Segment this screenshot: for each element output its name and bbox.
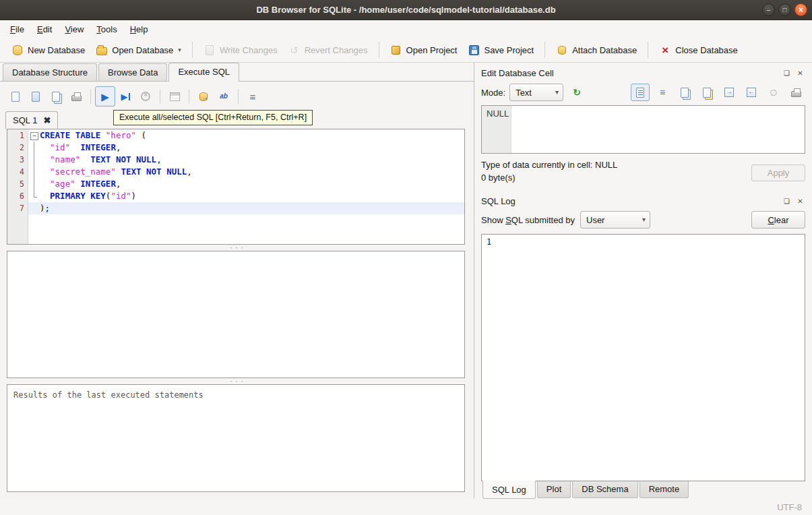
find-replace-button[interactable]: ab	[214, 86, 234, 107]
save-project-button[interactable]: Save Project	[462, 40, 539, 59]
sql-log-area[interactable]: 1	[481, 234, 805, 481]
sql-tab-label: SQL 1	[13, 115, 37, 125]
edit-cell-title: Edit Database Cell	[481, 68, 778, 78]
execute-all-button[interactable]: ▶	[95, 86, 115, 107]
code-line: 4 "secret_name" TEXT NOT NULL,	[7, 166, 464, 178]
paste-cell-button[interactable]	[697, 84, 716, 101]
menu-edit[interactable]: Edit	[31, 22, 58, 37]
submitted-by-combo[interactable]: User	[580, 211, 650, 229]
cell-size-info: 0 byte(s)	[481, 173, 617, 185]
copy-cell-button[interactable]	[675, 84, 694, 101]
save-sql-file-button[interactable]	[26, 86, 46, 107]
results-message-pane[interactable]: Results of the last executed statements	[7, 384, 465, 492]
fold-marker-icon[interactable]	[28, 129, 40, 142]
cell-editor[interactable]: NULL	[481, 105, 805, 154]
statusbar: UTF-8	[0, 499, 812, 515]
execute-sql-body: ▶▶ab≡ SQL 1 ✖ 1CREATE TABLE "hero" (2 "i…	[0, 81, 474, 499]
open-database-button[interactable]: Open Database▾	[90, 40, 187, 59]
dock-tabs: SQL LogPlotDB SchemaRemote	[481, 481, 805, 499]
open-project-button[interactable]: Open Project	[385, 40, 463, 59]
find-replace-icon: ab	[218, 90, 230, 102]
close-dock-icon-2[interactable]: ✕	[795, 196, 805, 206]
toolbar-separator	[90, 89, 91, 104]
tab-execute-sql[interactable]: Execute SQL	[168, 63, 239, 82]
auto-switch-mode-icon: ↻	[571, 86, 583, 98]
code-text: CREATE TABLE "hero" (	[40, 129, 146, 142]
stop-execution-button	[135, 86, 156, 107]
text-view-button[interactable]	[631, 84, 650, 101]
execute-current-line-button[interactable]: ▶	[115, 86, 135, 107]
results-grid[interactable]	[7, 251, 465, 378]
clear-button-label: Clear	[768, 215, 788, 225]
splitter-handle-2[interactable]	[0, 378, 474, 384]
execute-all-icon: ▶	[99, 90, 111, 102]
export-results-button[interactable]	[193, 86, 214, 107]
sql-editor[interactable]: 1CREATE TABLE "hero" (2 "id" INTEGER,3 "…	[7, 129, 465, 245]
open-project-icon	[390, 44, 402, 56]
close-tab-icon[interactable]: ✖	[43, 116, 51, 125]
export-results-icon	[197, 90, 210, 102]
cell-info: Type of data currently in cell: NULL 0 b…	[481, 160, 617, 185]
execute-current-line-icon: ▶	[119, 90, 131, 102]
word-wrap-button[interactable]: ≡	[653, 84, 672, 101]
results-placeholder: Results of the last executed statements	[13, 390, 204, 400]
submitted-by-value: User	[586, 215, 604, 225]
clear-button[interactable]: Clear	[751, 211, 805, 229]
save-sql-file-as-icon	[50, 90, 62, 102]
mode-combo-value: Text	[516, 88, 532, 98]
text-view-icon	[634, 86, 646, 98]
fold-marker-icon	[28, 142, 40, 154]
dock-tab-sql-log[interactable]: SQL Log	[482, 481, 536, 499]
cell-editor-area[interactable]	[511, 106, 805, 153]
auto-switch-mode-button[interactable]: ↻	[567, 84, 586, 101]
open-sql-file-button[interactable]	[5, 86, 26, 107]
save-sql-file-as-button[interactable]	[46, 86, 66, 107]
print-sql-icon	[70, 90, 82, 102]
import-from-file-button[interactable]	[720, 84, 739, 101]
close-dock-icon[interactable]: ✕	[795, 68, 805, 78]
menu-help[interactable]: Help	[124, 22, 154, 37]
dock-tab-remote[interactable]: Remote	[639, 481, 689, 498]
titlebar[interactable]: DB Browser for SQLite - /home/user/code/…	[0, 0, 812, 20]
print-sql-button[interactable]	[66, 86, 86, 107]
toolbar-separator	[160, 89, 160, 104]
tab-sql-1[interactable]: SQL 1 ✖	[5, 111, 58, 129]
tab-browse-data[interactable]: Browse Data	[98, 63, 167, 81]
sql-log-filter-row: Show SQL submitted by User Clear	[481, 211, 805, 229]
mode-label: Mode:	[481, 88, 505, 98]
menu-tools[interactable]: Tools	[90, 22, 123, 37]
execute-tooltip: Execute all/selected SQL [Ctrl+Return, F…	[113, 110, 313, 125]
set-as-null-button: ∅	[764, 84, 783, 101]
save-results-button	[164, 86, 185, 107]
sql-log-title: SQL Log	[481, 196, 778, 206]
filter-label: Show SQL submitted by	[481, 215, 575, 225]
dock-tab-db-schema[interactable]: DB Schema	[572, 481, 637, 498]
line-number: 3	[7, 154, 28, 166]
dock-tab-plot[interactable]: Plot	[537, 481, 571, 498]
menu-view[interactable]: View	[59, 22, 90, 37]
menu-file[interactable]: File	[4, 22, 30, 37]
code-text: PRIMARY KEY("id")	[40, 190, 136, 202]
export-to-file-button[interactable]	[742, 84, 761, 101]
apply-button: Apply	[751, 164, 805, 181]
maximize-button[interactable]: □	[778, 3, 791, 16]
import-from-file-icon	[723, 86, 735, 98]
stop-execution-icon	[139, 90, 152, 102]
minimize-button[interactable]: –	[762, 3, 775, 16]
float-dock-icon-2[interactable]: ❏	[782, 196, 792, 206]
fold-marker-icon	[28, 154, 40, 166]
new-database-button[interactable]: New Database	[6, 40, 90, 59]
mode-combo[interactable]: Text	[509, 84, 563, 101]
dropdown-arrow-icon[interactable]: ▾	[178, 47, 181, 53]
splitter-handle[interactable]	[0, 245, 474, 251]
cell-type-info: Type of data currently in cell: NULL	[481, 160, 617, 173]
attach-database-button[interactable]: Attach Database	[551, 40, 642, 59]
cell-value: NULL	[487, 109, 509, 119]
tab-database-structure[interactable]: Database Structure	[3, 63, 97, 81]
close-button[interactable]: ×	[794, 3, 807, 16]
format-sql-button[interactable]: ≡	[243, 86, 263, 107]
copy-cell-icon	[679, 86, 691, 98]
float-dock-icon[interactable]: ❏	[782, 68, 792, 78]
close-database-button[interactable]: ×Close Database	[654, 40, 743, 59]
print-cell-button[interactable]	[786, 84, 805, 101]
